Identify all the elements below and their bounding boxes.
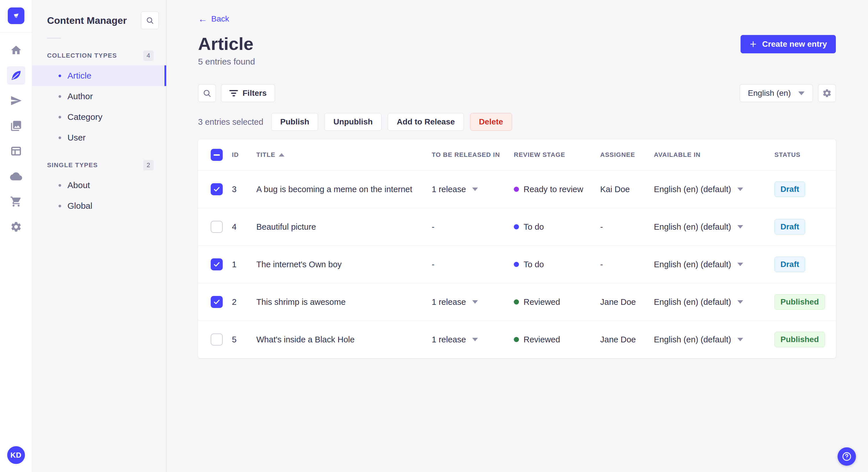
bullet-icon xyxy=(59,95,61,98)
bullet-icon xyxy=(59,136,61,139)
row-assignee: - xyxy=(600,222,654,232)
locale-value: English (en) (default) xyxy=(654,222,731,232)
chevron-down-icon xyxy=(737,300,743,304)
table-settings-button[interactable] xyxy=(818,84,836,102)
release-value: - xyxy=(432,260,435,269)
status-badge: Published xyxy=(774,332,825,347)
bullet-icon xyxy=(59,205,61,207)
content-type-builder-icon[interactable] xyxy=(7,142,25,160)
check-icon xyxy=(213,261,220,268)
row-assignee: - xyxy=(600,260,654,269)
column-header-status[interactable]: STATUS xyxy=(774,151,826,159)
column-header-id[interactable]: ID xyxy=(232,151,256,159)
plus-icon xyxy=(749,40,757,48)
back-link[interactable]: ← Back xyxy=(198,14,229,24)
row-checkbox[interactable] xyxy=(211,258,223,270)
status-badge: Draft xyxy=(774,219,805,235)
page-title: Article xyxy=(198,35,255,53)
sidebar-item-about[interactable]: About xyxy=(32,175,166,196)
select-all-checkbox[interactable] xyxy=(211,149,223,161)
filters-label: Filters xyxy=(243,89,267,98)
sidebar-item-article[interactable]: Article xyxy=(32,65,166,86)
home-icon[interactable] xyxy=(7,41,25,59)
release-dropdown[interactable]: 1 release xyxy=(432,297,514,307)
app-root: KD Content Manager COLLECTION TYPES 4 Ar… xyxy=(0,0,868,472)
release-dropdown[interactable]: - xyxy=(432,260,514,269)
publish-button[interactable]: Publish xyxy=(271,113,318,131)
sidebar-item-global[interactable]: Global xyxy=(32,196,166,216)
row-id: 2 xyxy=(232,297,256,307)
locale-dropdown[interactable]: English (en) (default) xyxy=(654,335,774,344)
locale-selected-value: English (en) xyxy=(748,89,791,98)
rail-nav xyxy=(7,41,25,236)
indeterminate-minus-icon xyxy=(214,154,220,156)
column-header-to-be-released-in[interactable]: TO BE RELEASED IN xyxy=(432,151,514,159)
section-collection-types: COLLECTION TYPES 4 Article Author Catego… xyxy=(32,49,166,148)
chevron-down-icon xyxy=(472,188,478,191)
locale-dropdown[interactable]: English (en) (default) xyxy=(654,222,774,232)
content-manager-feather-icon[interactable] xyxy=(7,66,25,85)
bullet-icon xyxy=(59,116,61,119)
row-checkbox[interactable] xyxy=(211,334,223,345)
sidebar-title: Content Manager xyxy=(47,15,127,26)
column-header-review-stage[interactable]: REVIEW STAGE xyxy=(514,151,600,159)
release-dropdown[interactable]: - xyxy=(432,222,514,232)
review-stage-cell: Ready to review xyxy=(514,185,600,194)
row-checkbox[interactable] xyxy=(211,296,223,308)
rail-divider xyxy=(0,32,32,32)
column-header-assignee[interactable]: ASSIGNEE xyxy=(600,151,654,159)
search-button[interactable] xyxy=(198,84,216,102)
add-to-release-button[interactable]: Add to Release xyxy=(388,113,464,131)
question-mark-icon xyxy=(841,451,852,462)
row-id: 1 xyxy=(232,260,256,269)
filters-button[interactable]: Filters xyxy=(221,84,275,102)
table-row[interactable]: 3 A bug is becoming a meme on the intern… xyxy=(198,170,836,208)
chevron-down-icon xyxy=(798,92,805,95)
user-avatar[interactable]: KD xyxy=(7,446,25,464)
locale-dropdown[interactable]: English (en) (default) xyxy=(654,185,774,194)
row-title: What's inside a Black Hole xyxy=(256,335,432,344)
status-badge: Draft xyxy=(774,181,805,197)
section-count-badge: 2 xyxy=(143,160,154,170)
table-row[interactable]: 5 What's inside a Black Hole 1 release R… xyxy=(198,321,836,358)
stage-dot xyxy=(514,299,519,305)
locale-dropdown[interactable]: English (en) (default) xyxy=(654,297,774,307)
send-plane-icon[interactable] xyxy=(7,92,25,110)
row-assignee: Jane Doe xyxy=(600,335,654,344)
release-dropdown[interactable]: 1 release xyxy=(432,335,514,344)
create-new-entry-button[interactable]: Create new entry xyxy=(741,35,836,53)
sidebar-item-author[interactable]: Author xyxy=(32,86,166,107)
row-checkbox[interactable] xyxy=(211,183,223,195)
table-row[interactable]: 4 Beautiful picture - To do - English (e… xyxy=(198,208,836,245)
row-title: Beautiful picture xyxy=(256,222,432,232)
delete-button[interactable]: Delete xyxy=(470,113,512,131)
sidebar-search-button[interactable] xyxy=(141,11,159,29)
table-row[interactable]: 1 The internet's Own boy - To do - Engli… xyxy=(198,245,836,283)
sidebar-item-label: Author xyxy=(67,92,93,101)
stage-dot xyxy=(514,337,519,342)
marketplace-cart-icon[interactable] xyxy=(7,193,25,211)
help-button[interactable] xyxy=(838,447,856,466)
stage-label: Reviewed xyxy=(524,335,560,344)
column-header-available-in[interactable]: AVAILABLE IN xyxy=(654,151,774,159)
locale-select[interactable]: English (en) xyxy=(740,84,813,102)
chevron-down-icon xyxy=(737,188,743,191)
sidebar-item-user[interactable]: User xyxy=(32,127,166,148)
locale-dropdown[interactable]: English (en) (default) xyxy=(654,260,774,269)
review-stage-cell: To do xyxy=(514,222,600,232)
table-row[interactable]: 2 This shrimp is awesome 1 release Revie… xyxy=(198,283,836,321)
unpublish-button[interactable]: Unpublish xyxy=(324,113,381,131)
selected-count-text: 3 entries selected xyxy=(198,117,263,127)
strapi-logo[interactable] xyxy=(8,7,24,24)
section-single-types: SINGLE TYPES 2 About Global xyxy=(32,158,166,216)
row-checkbox[interactable] xyxy=(211,221,223,233)
release-value: 1 release xyxy=(432,185,466,194)
sidebar-item-category[interactable]: Category xyxy=(32,107,166,127)
cloud-icon[interactable] xyxy=(7,167,25,186)
media-library-icon[interactable] xyxy=(7,117,25,135)
column-header-title[interactable]: TITLE xyxy=(256,151,432,159)
stage-dot xyxy=(514,187,519,192)
content-manager-sidebar: Content Manager COLLECTION TYPES 4 Artic… xyxy=(32,0,166,472)
settings-gear-icon[interactable] xyxy=(7,217,25,236)
release-dropdown[interactable]: 1 release xyxy=(432,185,514,194)
